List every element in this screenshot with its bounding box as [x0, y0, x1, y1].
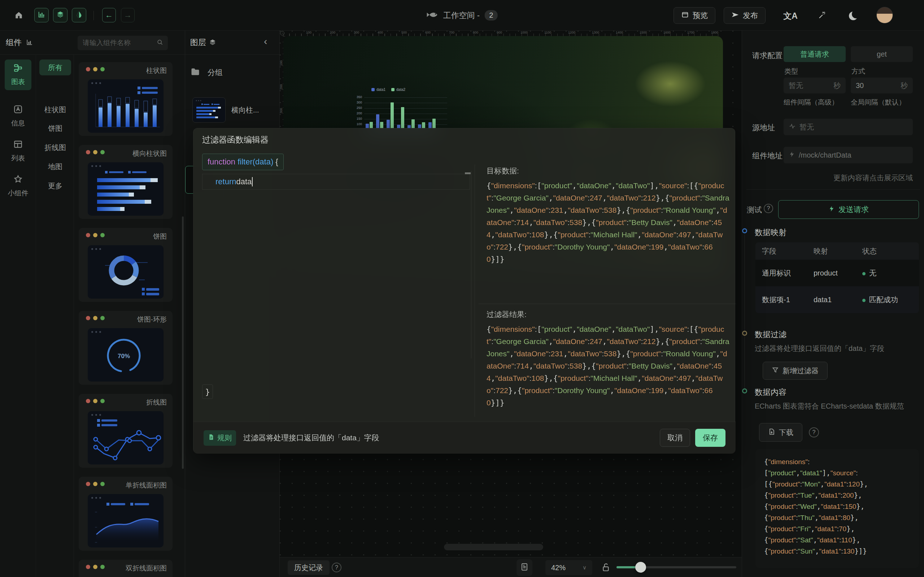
send-request-button[interactable]: 发送请求 [778, 200, 919, 219]
tab-info[interactable]: 信息 [5, 101, 31, 132]
search-icon[interactable] [156, 39, 163, 47]
layers-panel-header: 图层 ‹ [185, 31, 279, 55]
component-address-label: 组件地址 [752, 151, 782, 161]
component-address-input[interactable]: /mock/chartData [783, 147, 913, 163]
function-name: filter(data) [235, 157, 275, 166]
folder-icon [190, 67, 200, 78]
tab-charts[interactable]: 图表 [5, 60, 31, 90]
zoom-slider-thumb[interactable] [635, 562, 646, 573]
avatar[interactable] [876, 7, 893, 23]
redo-button[interactable]: → [121, 8, 135, 23]
zoom-slider-track[interactable] [617, 566, 736, 568]
source-address-value: 暂无 [800, 122, 814, 132]
method-label: 方式 [851, 67, 865, 76]
search-input[interactable] [82, 39, 156, 47]
global-interval-input[interactable]: 30 秒 [851, 77, 913, 93]
category-all[interactable]: 所有 [39, 60, 71, 76]
download-label: 下载 [779, 428, 793, 437]
source-address-input[interactable]: 暂无 [783, 119, 913, 135]
component-card-hbar[interactable]: 横向柱状图 [79, 145, 173, 219]
card-header: 双折线面积图 [79, 560, 173, 574]
card-header: 单折线面积图 [79, 477, 173, 491]
test-help-icon[interactable]: ? [764, 204, 773, 213]
dark-mode-button[interactable] [846, 10, 861, 23]
request-method-select[interactable]: get [851, 46, 913, 62]
return-value: data [236, 177, 252, 187]
chart-tool-button[interactable] [34, 8, 49, 23]
layout-panel-button[interactable] [517, 559, 532, 576]
data-content-subtitle: ECharts 图表需符合 ECharts-setdata 数据规范 [755, 401, 921, 411]
filter-tool-button[interactable] [72, 8, 86, 23]
lock-button[interactable] [601, 562, 611, 574]
language-button[interactable]: 文A [782, 9, 798, 23]
star-icon [13, 174, 23, 186]
workspace-title-group: 工作空间 - 2 [426, 0, 498, 31]
filter-result-json: {"dimensions":["product","dataOne","data… [486, 323, 730, 413]
component-card-area[interactable]: 单折线面积图 [79, 477, 173, 551]
request-type-select[interactable]: 普通请求 [783, 46, 846, 62]
component-search [78, 36, 168, 50]
editor-scrollbar[interactable] [471, 171, 472, 358]
card-header: 横向柱状图 [79, 145, 173, 160]
category-map[interactable]: 地图 [39, 159, 71, 174]
canvas-horizontal-scrollbar[interactable] [444, 544, 543, 550]
mapping-row: 数据项-1 data1 匹配成功 [756, 286, 919, 313]
content-help-icon[interactable]: ? [809, 427, 819, 437]
component-card-double-area[interactable]: 双折线面积图 [79, 560, 173, 577]
layer-group-item[interactable]: 分组 [190, 67, 223, 78]
keyword-function: function [208, 157, 235, 166]
components-categories: 所有 柱状图 饼图 折线图 地图 更多 [36, 55, 74, 577]
components-panel-header: 组件 [0, 31, 185, 55]
open-brace: { [275, 157, 278, 166]
cancel-button[interactable]: 取消 [660, 429, 690, 447]
zoom-select[interactable]: 42% ∨ [545, 560, 592, 575]
download-button[interactable]: 下载 [759, 423, 802, 442]
component-card-line[interactable]: 折线图 [79, 394, 173, 468]
status-dot [862, 299, 866, 302]
tab-widgets[interactable]: 小组件 [5, 171, 31, 201]
card-title: 双折线面积图 [126, 564, 167, 573]
home-button[interactable] [11, 8, 27, 24]
category-pie[interactable]: 饼图 [39, 121, 71, 136]
undo-button[interactable]: ← [102, 8, 116, 23]
org-chart-icon [13, 63, 23, 74]
layer-item[interactable]: 横向柱... [192, 97, 259, 122]
add-filter-button[interactable]: 新增过滤器 [762, 362, 828, 380]
preview-button[interactable]: 预览 [674, 7, 716, 24]
save-button[interactable]: 保存 [695, 429, 725, 447]
component-interval-input[interactable]: 暂无 秒 [783, 77, 846, 93]
card-title: 折线图 [146, 398, 167, 407]
category-line[interactable]: 折线图 [39, 140, 71, 155]
layer-item-label: 横向柱... [231, 105, 259, 115]
collapse-panel-button[interactable]: ‹ [264, 36, 267, 47]
history-help-icon[interactable]: ? [332, 562, 341, 572]
test-label: 测试 [747, 205, 762, 215]
category-more[interactable]: 更多 [39, 178, 71, 193]
section-divider [746, 189, 920, 190]
red-dot-icon [86, 565, 90, 569]
red-dot-icon [86, 316, 90, 320]
component-card-pie[interactable]: 饼图 [79, 228, 173, 302]
publish-button[interactable]: 发布 [724, 7, 766, 24]
layers-tool-button[interactable] [53, 8, 68, 23]
data-content-json-block: {"dimensions": ["product","data1"],"sour… [756, 449, 919, 568]
components-scrollbar[interactable] [182, 216, 184, 469]
mapping-row: 通用标识 product 无 [756, 259, 919, 286]
component-card-ring[interactable]: 饼图-环形 70% [79, 311, 173, 385]
mapping-table: 字段 映射 状态 通用标识 product 无 数据项-1 data1 匹配成功 [756, 242, 919, 313]
tab-charts-label: 图表 [11, 77, 25, 87]
browser-window-icon [681, 11, 689, 21]
filter-result-label: 过滤器结果: [486, 309, 527, 319]
tab-list[interactable]: 列表 [5, 136, 31, 167]
text-a-icon [13, 105, 23, 116]
arrow-right-icon: → [124, 10, 132, 20]
category-bar[interactable]: 柱状图 [39, 102, 71, 118]
component-address-value: /mock/chartData [799, 151, 851, 160]
card-header: 饼图-环形 [79, 311, 173, 325]
row-field: 数据项-1 [762, 295, 790, 305]
history-button[interactable]: 历史记录 [288, 561, 330, 575]
component-card-bar[interactable]: 柱状图 [79, 62, 173, 136]
code-editor-line[interactable]: return data [202, 174, 470, 190]
timeline-dot-mapping [742, 228, 747, 233]
guide-button[interactable] [814, 9, 830, 23]
